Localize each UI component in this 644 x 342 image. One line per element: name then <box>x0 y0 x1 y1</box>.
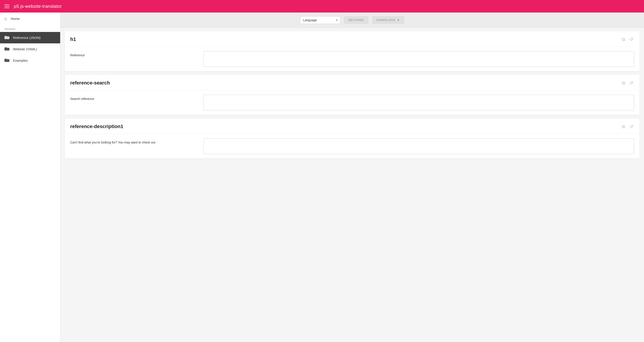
download-button[interactable]: DOWNLOAD ⬇ <box>372 16 404 24</box>
home-icon: ⌂ <box>4 16 7 21</box>
sidebar-home-item[interactable]: ⌂ Home <box>0 12 60 25</box>
sidebar-item-website-yaml[interactable]: Website (YAML) <box>0 43 60 55</box>
sidebar-item-label-examples: Examples <box>13 58 28 62</box>
folder-icon-website <box>4 46 10 52</box>
reset-icon-reference-description1[interactable]: ↺ <box>628 123 634 130</box>
main-content: Language ▾ RESTORE DOWNLOAD ⬇ h1 ⧉ ↺ <box>60 12 644 342</box>
split-view-icon-h1[interactable]: ⧉ <box>621 36 626 43</box>
sidebar: ⌂ Home Sections Reference (JSON) Website… <box>0 12 60 342</box>
sidebar-home-label: Home <box>11 17 20 20</box>
section-header-h1: h1 ⧉ ↺ <box>65 31 640 47</box>
language-select[interactable]: Language ▾ <box>300 16 340 24</box>
sidebar-item-label-website-yaml: Website (YAML) <box>13 47 37 51</box>
section-label-h1-reference: Reference <box>70 51 200 57</box>
sidebar-item-reference-json[interactable]: Reference (JSON) <box>0 32 60 43</box>
section-title-reference-search: reference-search <box>70 80 110 86</box>
section-actions-reference-search: ⧉ ↺ <box>621 79 634 86</box>
section-header-reference-description1: reference-description1 ⧉ ↺ <box>65 118 640 134</box>
section-title-reference-description1: reference-description1 <box>70 124 123 130</box>
split-view-icon-reference-description1[interactable]: ⧉ <box>621 123 626 130</box>
reset-icon-reference-search[interactable]: ↺ <box>628 79 634 86</box>
download-label: DOWNLOAD <box>376 18 396 22</box>
split-view-icon-reference-search[interactable]: ⧉ <box>621 80 626 86</box>
app-title: p5.js-website-translator <box>14 4 62 9</box>
chevron-down-icon: ▾ <box>336 18 338 22</box>
section-label-reference-description1: Can't find what you're looking for? You … <box>70 138 200 144</box>
section-row-h1-reference: Reference <box>65 47 640 71</box>
section-row-reference-description1: Can't find what you're looking for? You … <box>65 134 640 158</box>
section-card-reference-description1: reference-description1 ⧉ ↺ Can't find wh… <box>65 118 640 158</box>
toolbar: Language ▾ RESTORE DOWNLOAD ⬇ <box>60 12 644 28</box>
section-actions-h1: ⧉ ↺ <box>621 36 634 43</box>
folder-icon-reference <box>4 35 10 40</box>
section-card-h1: h1 ⧉ ↺ Reference <box>65 31 640 71</box>
sidebar-item-examples[interactable]: Examples <box>0 55 60 66</box>
sections-container: h1 ⧉ ↺ Reference reference-search ⧉ <box>60 31 644 158</box>
restore-button[interactable]: RESTORE <box>344 16 368 24</box>
section-header-reference-search: reference-search ⧉ ↺ <box>65 75 640 90</box>
reset-icon-h1[interactable]: ↺ <box>628 36 634 43</box>
section-row-reference-search: Search reference <box>65 90 640 115</box>
section-card-reference-search: reference-search ⧉ ↺ Search reference <box>65 75 640 115</box>
section-title-h1: h1 <box>70 36 76 42</box>
hamburger-button[interactable] <box>4 4 10 9</box>
sections-label: Sections <box>0 25 60 32</box>
sidebar-item-label-reference-json: Reference (JSON) <box>13 36 40 40</box>
section-label-reference-search: Search reference <box>70 95 200 100</box>
section-input-reference-search[interactable] <box>204 95 634 110</box>
download-icon: ⬇ <box>397 18 400 22</box>
body-layout: ⌂ Home Sections Reference (JSON) Website… <box>0 12 644 342</box>
top-bar: p5.js-website-translator <box>0 0 644 12</box>
section-input-reference-description1[interactable] <box>204 138 634 154</box>
language-select-label: Language <box>303 18 317 22</box>
folder-icon-examples <box>4 58 10 63</box>
section-input-h1-reference[interactable] <box>204 51 634 67</box>
section-actions-reference-description1: ⧉ ↺ <box>621 123 634 130</box>
